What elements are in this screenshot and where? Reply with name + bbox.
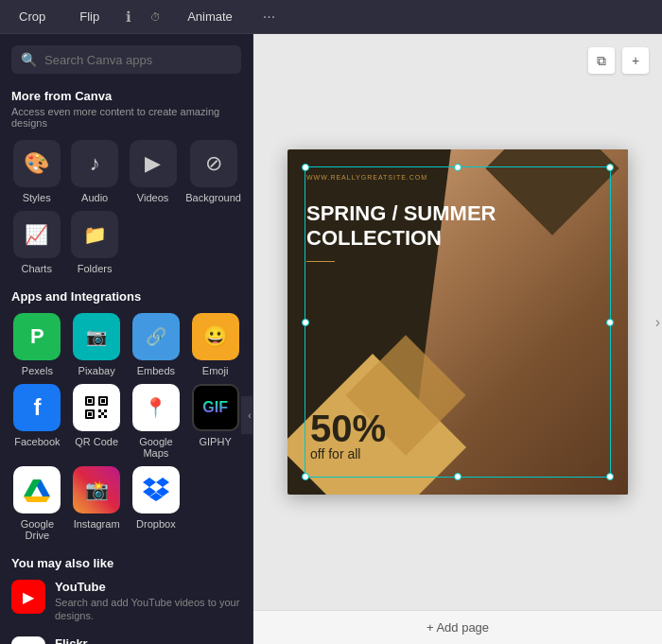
app-background[interactable]: ⊘ Background: [185, 140, 241, 203]
design-card[interactable]: WWW.REALLYGREATSITE.COM SPRING / SUMMER …: [287, 149, 628, 495]
design-title: SPRING / SUMMER COLLECTION: [306, 201, 496, 252]
svg-rect-10: [104, 409, 107, 412]
more-options-icon[interactable]: ···: [263, 9, 275, 26]
googledrive-icon-box: [13, 466, 61, 513]
design-text-block: WWW.REALLYGREATSITE.COM SPRING / SUMMER …: [306, 174, 496, 262]
instagram-label: Instagram: [74, 518, 120, 530]
pexels-icon-box: P: [13, 313, 61, 360]
folders-label: Folders: [78, 263, 113, 274]
add-canvas-button[interactable]: +: [622, 47, 649, 74]
search-input[interactable]: [44, 53, 232, 67]
design-card-inner: WWW.REALLYGREATSITE.COM SPRING / SUMMER …: [287, 149, 628, 495]
app-emoji[interactable]: 😀 Emoji: [189, 313, 241, 376]
sidebar-collapse-button[interactable]: ‹: [241, 396, 253, 434]
info-icon[interactable]: ℹ: [126, 9, 131, 26]
audio-label: Audio: [81, 192, 108, 203]
design-divider: [306, 261, 335, 262]
videos-label: Videos: [137, 192, 168, 203]
youtube-desc: Search and add YouTube videos to your de…: [55, 596, 241, 623]
flickr-icon: ●●: [11, 636, 45, 644]
giphy-label: GIPHY: [200, 436, 232, 447]
design-title-line2: COLLECTION: [306, 226, 442, 250]
main-layout: 🔍 More from Canva Access even more conte…: [0, 34, 662, 644]
app-folders[interactable]: 📁 Folders: [69, 211, 119, 274]
qrcode-label: QR Code: [75, 436, 118, 447]
animate-button[interactable]: Animate: [180, 6, 240, 27]
styles-icon: 🎨: [24, 151, 49, 176]
qrcode-icon-box: [73, 384, 120, 431]
app-facebook[interactable]: f Facebook: [11, 384, 63, 459]
folders-icon-box: 📁: [71, 211, 118, 258]
you-may-like-title: You may also like: [11, 556, 241, 570]
app-giphy[interactable]: GIF GIPHY: [189, 384, 241, 459]
canvas-area: ⧉ + WWW.REALLYGREATSITE.COM SPRING / SUM…: [253, 34, 662, 644]
youtube-play-icon: ▶: [23, 588, 34, 606]
qrcode-icon: [83, 394, 110, 421]
app-dropbox[interactable]: Dropbox: [131, 466, 183, 541]
svg-rect-2: [88, 399, 92, 403]
googlemaps-label: Google Maps: [131, 436, 183, 459]
svg-rect-12: [104, 415, 107, 418]
app-styles[interactable]: 🎨 Styles: [11, 140, 61, 203]
background-label: Background: [185, 192, 241, 203]
audio-icon: ♪: [90, 151, 100, 176]
svg-rect-11: [98, 415, 101, 418]
app-instagram[interactable]: 📸 Instagram: [71, 466, 123, 541]
add-page-bar[interactable]: + Add page: [253, 610, 662, 644]
embeds-label: Embeds: [137, 365, 175, 376]
embeds-icon-box: 🔗: [132, 313, 180, 360]
canvas-action-icons: ⧉ +: [588, 47, 649, 74]
instagram-icon: 📸: [85, 479, 109, 501]
instagram-icon-box: 📸: [73, 466, 120, 513]
googlemaps-icon: 📍: [144, 396, 167, 419]
plugin-youtube[interactable]: ▶ YouTube Search and add YouTube videos …: [11, 580, 241, 623]
flickr-info: Flickr Add Flickr photos to your designs…: [55, 636, 241, 644]
audio-icon-box: ♪: [71, 140, 118, 187]
styles-label: Styles: [23, 192, 51, 203]
app-qrcode[interactable]: QR Code: [71, 384, 123, 459]
apps-integrations-title: Apps and Integrations: [11, 289, 241, 304]
app-videos[interactable]: ▶ Videos: [128, 140, 178, 203]
app-pixabay[interactable]: 📷 Pixabay: [71, 313, 123, 376]
googlemaps-icon-box: 📍: [132, 384, 180, 431]
facebook-label: Facebook: [14, 436, 60, 447]
add-page-label: + Add page: [427, 620, 489, 635]
svg-rect-13: [101, 412, 104, 415]
app-googlemaps[interactable]: 📍 Google Maps: [131, 384, 183, 459]
design-price-block: 50% off for all: [310, 408, 386, 461]
right-scroll-arrow[interactable]: ›: [655, 314, 660, 331]
app-pexels[interactable]: P Pexels: [11, 313, 63, 376]
youtube-icon: ▶: [11, 580, 45, 614]
handle-mid-left[interactable]: [302, 319, 309, 326]
youtube-info: YouTube Search and add YouTube videos to…: [55, 580, 241, 623]
flip-button[interactable]: Flip: [72, 6, 107, 27]
videos-icon: ▶: [145, 151, 161, 176]
emoji-icon: 😀: [202, 324, 228, 349]
folders-icon: 📁: [83, 223, 107, 246]
copy-canvas-button[interactable]: ⧉: [588, 47, 615, 74]
svg-marker-16: [24, 496, 50, 502]
svg-rect-5: [101, 399, 105, 403]
more-from-canva-subtitle: Access even more content to create amazi…: [11, 106, 241, 129]
design-url: WWW.REALLYGREATSITE.COM: [306, 174, 496, 181]
more-from-canva-title: More from Canva: [11, 89, 241, 103]
googledrive-label: Google Drive: [11, 518, 63, 541]
charts-icon: 📈: [25, 223, 48, 246]
crop-button[interactable]: Crop: [11, 6, 53, 27]
app-charts[interactable]: 📈 Charts: [11, 211, 61, 274]
app-audio[interactable]: ♪ Audio: [69, 140, 119, 203]
videos-icon-box: ▶: [130, 140, 177, 187]
plugin-flickr[interactable]: ●● Flickr Add Flickr photos to your desi…: [11, 636, 241, 644]
app-googledrive[interactable]: Google Drive: [11, 466, 63, 541]
flickr-name: Flickr: [55, 636, 241, 644]
svg-marker-18: [156, 478, 169, 496]
app-embeds[interactable]: 🔗 Embeds: [131, 313, 183, 376]
background-icon-box: ⊘: [190, 140, 237, 187]
pixabay-icon-box: 📷: [73, 313, 120, 360]
dropbox-icon-box: [132, 466, 180, 513]
you-may-like-section: You may also like ▶ YouTube Search and a…: [11, 556, 241, 644]
search-bar[interactable]: 🔍: [11, 45, 241, 74]
handle-top-left[interactable]: [302, 164, 309, 171]
more-from-canva-section: More from Canva Access even more content…: [11, 89, 241, 274]
emoji-icon-box: 😀: [192, 313, 239, 360]
